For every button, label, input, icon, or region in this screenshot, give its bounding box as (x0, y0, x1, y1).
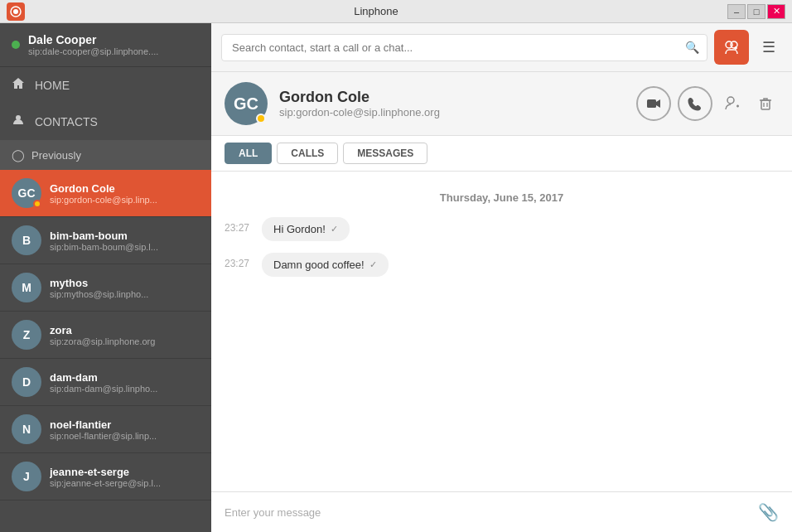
previously-label: Previously (31, 149, 81, 162)
contact-name-gordon-cole: Gordon Cole (50, 182, 200, 195)
video-icon (646, 96, 661, 111)
search-icon: 🔍 (685, 41, 699, 54)
nav-home[interactable]: HOME (0, 67, 211, 104)
tab-calls[interactable]: CALLS (277, 143, 338, 164)
message-time-2: 23:27 (225, 253, 262, 269)
attach-icon[interactable]: 📎 (755, 499, 782, 525)
contact-name-mythos: mythos (50, 277, 200, 289)
delete-button[interactable] (752, 90, 779, 117)
message-row: 23:27 Hi Gordon! ✓ (225, 217, 779, 241)
message-check-1: ✓ (331, 224, 338, 235)
avatar-mythos: M (12, 273, 41, 302)
app-body: Dale Cooper sip:dale-cooper@sip.linphone… (0, 23, 792, 532)
search-input[interactable] (221, 34, 707, 61)
contact-name-bim-bam-boum: bim-bam-boum (50, 230, 200, 242)
trash-icon (758, 96, 773, 111)
contact-sip-jeanne-et-serge: sip:jeanne-et-serge@sip.l... (50, 478, 200, 488)
avatar-noel-flantier: N (12, 414, 41, 444)
contact-sip-bim-bam-boum: sip:bim-bam-boum@sip.l... (50, 242, 200, 252)
contact-name-jeanne-et-serge: jeanne-et-serge (50, 466, 200, 478)
avatar-jeanne-et-serge: J (12, 462, 41, 491)
message-text-1: Hi Gordon! (273, 223, 326, 235)
message-text-2: Damn good coffee! (273, 259, 365, 271)
contact-item-gordon-cole[interactable]: GC Gordon Cole sip:gordon-cole@sip.linp.… (0, 170, 211, 217)
top-bar: 🔍 ☰ (211, 23, 792, 72)
main-panel: 🔍 ☰ GC Gordon Cole sip:g (211, 23, 792, 532)
person-link-icon (724, 95, 741, 112)
contact-info-jeanne-et-serge: jeanne-et-serge sip:jeanne-et-serge@sip.… (50, 466, 200, 488)
contact-header-avatar: GC (225, 82, 268, 125)
audio-call-button[interactable] (678, 86, 712, 121)
tab-bar: ALL CALLS MESSAGES (211, 136, 792, 172)
video-call-button[interactable] (636, 86, 671, 121)
user-name: Dale Cooper (28, 33, 158, 46)
contact-name-noel-flantier: noel-flantier (50, 418, 200, 431)
sidebar: Dale Cooper sip:dale-cooper@sip.linphone… (0, 23, 211, 532)
minimize-button[interactable]: – (727, 4, 746, 19)
contact-item-noel-flantier[interactable]: N noel-flantier sip:noel-flantier@sip.li… (0, 406, 211, 453)
nav-home-label: HOME (35, 79, 70, 92)
titlebar: Linphone – □ ✕ (0, 0, 792, 23)
message-input-area: 📎 (211, 491, 792, 532)
contact-item-mythos[interactable]: M mythos sip:mythos@sip.linpho... (0, 264, 211, 312)
contact-header-info: Gordon Cole sip:gordon-cole@sip.linphone… (279, 89, 625, 118)
contact-header: GC Gordon Cole sip:gordon-cole@sip.linph… (211, 72, 792, 136)
search-wrapper: 🔍 (221, 34, 707, 61)
user-info: Dale Cooper sip:dale-cooper@sip.linphone… (0, 23, 211, 67)
nav-contacts-label: CONTACTS (35, 115, 98, 128)
contact-header-name: Gordon Cole (279, 89, 625, 106)
contact-sip-mythos: sip:mythos@sip.linpho... (50, 289, 200, 299)
avatar-zora: Z (12, 320, 41, 350)
app-logo (7, 2, 25, 21)
contact-sip-noel-flantier: sip:noel-flantier@sip.linp... (50, 431, 200, 441)
menu-button[interactable]: ☰ (756, 34, 782, 60)
message-input[interactable] (221, 501, 755, 524)
tab-messages[interactable]: MESSAGES (343, 143, 427, 164)
svg-rect-7 (761, 100, 770, 109)
contact-list: GC Gordon Cole sip:gordon-cole@sip.linp.… (0, 170, 211, 532)
contact-info-mythos: mythos sip:mythos@sip.linpho... (50, 277, 200, 299)
contact-name-dam-dam: dam-dam (50, 371, 200, 384)
contact-info-gordon-cole: Gordon Cole sip:gordon-cole@sip.linp... (50, 182, 200, 205)
tab-all[interactable]: ALL (225, 143, 272, 164)
clock-icon: ◯ (12, 148, 25, 162)
nav-contacts[interactable]: CONTACTS (0, 104, 211, 140)
svg-point-4 (731, 41, 737, 48)
contact-info-zora: zora sip:zora@sip.linphone.org (50, 324, 200, 346)
date-separator: Thursday, June 15, 2017 (225, 185, 779, 217)
contact-info-noel-flantier: noel-flantier sip:noel-flantier@sip.linp… (50, 418, 200, 441)
contacts-icon (12, 114, 25, 130)
message-row-2: 23:27 Damn good coffee! ✓ (225, 253, 779, 277)
avatar-bim-bam-boum: B (12, 225, 41, 255)
contact-item-bim-bam-boum[interactable]: B bim-bam-boum sip:bim-bam-boum@sip.l... (0, 217, 211, 264)
window-title: Linphone (25, 5, 727, 17)
previously-header: ◯ Previously (0, 140, 211, 170)
avatar-dam-dam: D (12, 367, 41, 397)
contact-name-zora: zora (50, 324, 200, 336)
chat-area: Thursday, June 15, 2017 23:27 Hi Gordon!… (211, 172, 792, 491)
header-actions (636, 86, 779, 121)
contact-header-sip: sip:gordon-cole@sip.linphone.org (279, 106, 625, 118)
close-button[interactable]: ✕ (767, 4, 785, 19)
message-time-1: 23:27 (225, 217, 262, 234)
user-details: Dale Cooper sip:dale-cooper@sip.linphone… (28, 33, 158, 56)
maximize-button[interactable]: □ (747, 4, 765, 19)
new-conversation-button[interactable] (714, 30, 749, 65)
avatar-gordon-cole: GC (12, 178, 41, 208)
home-icon (12, 77, 25, 94)
contact-item-jeanne-et-serge[interactable]: J jeanne-et-serge sip:jeanne-et-serge@si… (0, 453, 211, 501)
svg-point-1 (13, 9, 18, 14)
menu-icon: ☰ (762, 38, 775, 56)
contact-sip-dam-dam: sip:dam-dam@sip.linpho... (50, 384, 200, 394)
contact-header-online-dot (256, 114, 266, 123)
contacts-link-button[interactable] (719, 90, 746, 117)
contact-info-dam-dam: dam-dam sip:dam-dam@sip.linpho... (50, 371, 200, 394)
contact-item-dam-dam[interactable]: D dam-dam sip:dam-dam@sip.linpho... (0, 359, 211, 406)
contact-item-zora[interactable]: Z zora sip:zora@sip.linphone.org (0, 312, 211, 359)
message-check-2: ✓ (369, 259, 377, 270)
user-status-dot (12, 41, 20, 49)
message-bubble-1: Hi Gordon! ✓ (262, 217, 350, 241)
contact-sip-zora: sip:zora@sip.linphone.org (50, 336, 200, 346)
svg-point-6 (727, 97, 734, 104)
new-conversation-icon (723, 39, 740, 56)
